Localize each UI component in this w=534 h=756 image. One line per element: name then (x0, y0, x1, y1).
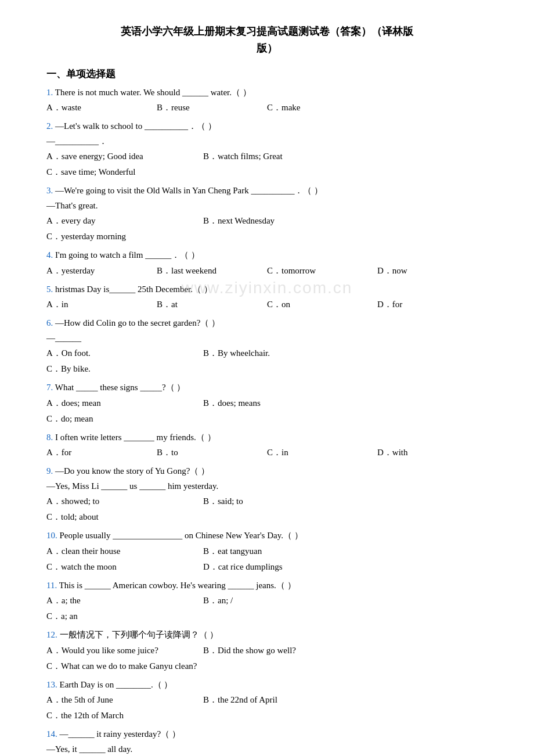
q12-opt-c: C．What can we do to make Ganyu clean? (46, 658, 488, 674)
q10-opt-b: B．eat tangyuan (203, 543, 354, 559)
q5-opt-c: C．on (267, 297, 371, 312)
q8-opt-b: B．to (157, 445, 261, 460)
question-11: 11. This is ______ American cowboy. He's… (46, 578, 488, 625)
q12-options: A．Would you like some juice? B．Did the s… (46, 643, 488, 674)
q1-opt-c: C．make (267, 100, 371, 116)
q8-opt-d: D．with (377, 445, 482, 460)
q13-options: A．the 5th of June B．the 22nd of April C．… (46, 692, 488, 723)
question-6: 6. —How did Colin go to the secret garde… (46, 316, 488, 377)
q7-text: What _____ these signs _____?（ ） (55, 383, 186, 392)
q7-opt-a: A．does; mean (46, 395, 197, 411)
q2-num: 2. (46, 121, 53, 131)
question-7: 7. What _____ these signs _____?（ ） A．do… (46, 380, 488, 427)
q10-text: People usually ________________ on Chine… (60, 531, 303, 540)
q7-opt-b: B．does; means (203, 395, 354, 411)
q5-opt-b: B．at (157, 297, 261, 312)
q11-num: 11. (46, 581, 57, 590)
q6-num: 6. (46, 318, 53, 327)
page-title: 英语小学六年级上册期末复习提高试题测试卷（答案）（译林版 版） (46, 23, 488, 57)
q2-options: A．save energy; Good idea B．watch films; … (46, 149, 488, 180)
q8-text: I often write letters _______ my friends… (55, 433, 216, 442)
q5-num: 5. (46, 285, 53, 294)
q10-opt-a: A．clean their house (46, 543, 197, 559)
q11-opt-c: C．a; an (46, 609, 197, 624)
q1-opt-a: A．waste (46, 100, 151, 116)
q8-opt-a: A．for (46, 445, 151, 460)
q6-opt-a: A．On foot. (46, 345, 197, 361)
q4-opt-c: C．tomorrow (267, 263, 371, 279)
q9-opt-a: A．showed; to (46, 494, 197, 509)
q5-opt-d: D．for (377, 297, 482, 312)
q6-line2: —______ (46, 331, 488, 346)
q13-opt-c: C．the 12th of March (46, 708, 197, 723)
q2-opt-a: A．save energy; Good idea (46, 149, 197, 164)
q6-opt-c: C．By bike. (46, 361, 197, 377)
q1-options: A．waste B．reuse C．make (46, 100, 488, 116)
q10-opt-d: D．cat rice dumplings (203, 559, 354, 575)
q9-opt-c: C．told; about (46, 509, 197, 525)
q3-opt-b: B．next Wednesday (203, 213, 354, 229)
q6-options: A．On foot. B．By wheelchair. C．By bike. (46, 345, 488, 377)
q3-num: 3. (46, 186, 53, 195)
q11-opt-a: A．a; the (46, 593, 197, 609)
q6-text: —How did Colin go to the secret garden?（… (55, 318, 220, 327)
q7-opt-c: C．do; mean (46, 411, 197, 427)
q11-opt-b: B．an; / (203, 593, 354, 609)
q13-opt-b: B．the 22nd of April (203, 692, 354, 708)
q11-text: This is ______ American cowboy. He's wea… (59, 581, 296, 590)
question-5: 5. hristmas Day is______ 25th December.（… (46, 282, 488, 313)
q13-opt-a: A．the 5th of June (46, 692, 197, 708)
q12-text: 一般情况下，下列哪个句子读降调？（ ） (60, 630, 219, 639)
question-1: 1. There is not much water. We should __… (46, 85, 488, 116)
q4-opt-d: D．now (377, 263, 482, 279)
question-8: 8. I often write letters _______ my frie… (46, 430, 488, 461)
q3-opt-c: C．yesterday morning (46, 229, 197, 244)
q8-opt-c: C．in (267, 445, 371, 460)
question-2: 2. —Let's walk to school to __________．（… (46, 119, 488, 180)
q9-text: —Do you know the story of Yu Gong?（ ） (55, 466, 210, 476)
q3-text: —We're going to visit the Old Walls in Y… (55, 186, 323, 195)
question-3: 3. —We're going to visit the Old Walls i… (46, 183, 488, 244)
q1-text: There is not much water. We should _____… (55, 88, 251, 97)
q7-options: A．does; mean B．does; means C．do; mean (46, 395, 488, 427)
q5-options: A．in B．at C．on D．for (46, 297, 488, 312)
q8-options: A．for B．to C．in D．with (46, 445, 488, 460)
q14-line2: —Yes, it ______ all day. (46, 742, 488, 756)
question-13: 13. Earth Day is on ________.（ ） A．the 5… (46, 678, 488, 724)
question-10: 10. People usually ________________ on C… (46, 528, 488, 575)
q9-num: 9. (46, 466, 53, 476)
q12-num: 12. (46, 630, 57, 639)
question-12: 12. 一般情况下，下列哪个句子读降调？（ ） A．Would you like… (46, 628, 488, 674)
q2-text: —Let's walk to school to __________．（ ） (55, 121, 217, 131)
q2-line2: —__________． (46, 134, 488, 149)
question-4: 4. I'm going to watch a film ______．（ ） … (46, 248, 488, 279)
q3-opt-a: A．every day (46, 213, 197, 229)
q9-opt-b: B．said; to (203, 494, 354, 509)
q13-text: Earth Day is on ________.（ ） (60, 680, 173, 689)
question-9: 9. —Do you know the story of Yu Gong?（ ）… (46, 464, 488, 525)
q10-num: 10. (46, 531, 57, 540)
q4-opt-b: B．last weekend (157, 263, 261, 279)
q13-num: 13. (46, 680, 57, 689)
q10-options: A．clean their house B．eat tangyuan C．wat… (46, 543, 488, 575)
q5-opt-a: A．in (46, 297, 151, 312)
q11-options: A．a; the B．an; / C．a; an (46, 593, 488, 624)
q1-num: 1. (46, 88, 53, 97)
question-14: 14. —______ it rainy yesterday?（ ） —Yes,… (46, 727, 488, 756)
section1-header: 一、单项选择题 (46, 67, 488, 81)
q14-num: 14. (46, 729, 57, 739)
q6-opt-b: B．By wheelchair. (203, 345, 354, 361)
q4-options: A．yesterday B．last weekend C．tomorrow D．… (46, 263, 488, 279)
q4-num: 4. (46, 250, 53, 260)
q8-num: 8. (46, 433, 53, 442)
q9-line2: —Yes, Miss Li ______ us ______ him yeste… (46, 479, 488, 494)
q12-opt-b: B．Did the show go well? (203, 643, 354, 658)
q4-text: I'm going to watch a film ______．（ ） (55, 250, 200, 260)
q2-opt-b: B．watch films; Great (203, 149, 354, 164)
q12-opt-a: A．Would you like some juice? (46, 643, 197, 658)
q7-num: 7. (46, 383, 53, 392)
q1-opt-b: B．reuse (157, 100, 261, 116)
q14-text: —______ it rainy yesterday?（ ） (60, 729, 181, 739)
q3-line2: —That's great. (46, 199, 488, 214)
q3-options: A．every day B．next Wednesday C．yesterday… (46, 213, 488, 244)
